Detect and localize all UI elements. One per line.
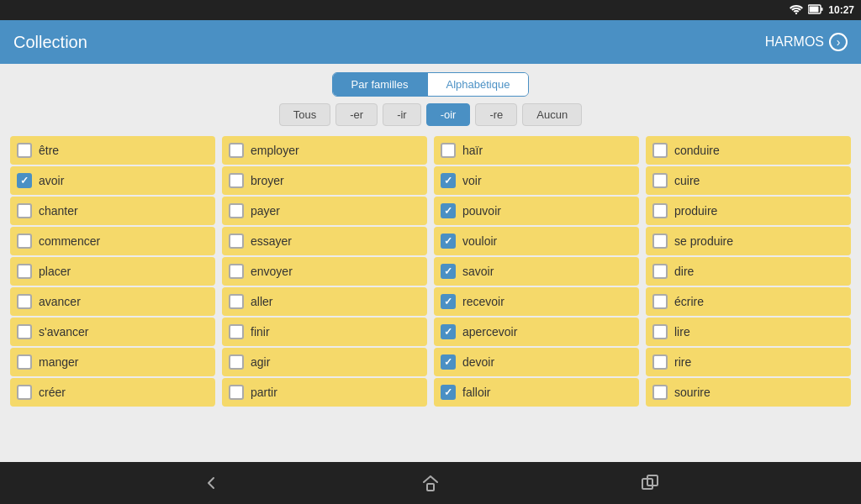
verb-label: dire: [674, 265, 694, 278]
verb-label: manger: [39, 355, 78, 369]
verb-item[interactable]: avoir: [10, 166, 215, 195]
verb-label: cuire: [674, 174, 700, 187]
verb-item[interactable]: être: [10, 136, 215, 165]
verb-item[interactable]: aller: [222, 287, 427, 316]
verb-checkbox[interactable]: [229, 264, 244, 279]
verb-checkbox[interactable]: [229, 294, 244, 309]
verb-checkbox[interactable]: [17, 173, 32, 188]
nav-bar: [0, 462, 861, 504]
verb-checkbox[interactable]: [17, 385, 32, 400]
verb-item[interactable]: lire: [646, 318, 851, 346]
verb-item[interactable]: produire: [646, 197, 851, 225]
verb-checkbox[interactable]: [652, 294, 668, 309]
verb-checkbox[interactable]: [441, 294, 456, 309]
filter-re[interactable]: -re: [475, 103, 517, 126]
verb-checkbox[interactable]: [652, 324, 668, 339]
verb-item[interactable]: commencer: [10, 227, 215, 255]
filter-oir[interactable]: -oir: [426, 103, 471, 126]
verb-checkbox[interactable]: [17, 354, 32, 370]
verb-checkbox[interactable]: [17, 203, 32, 218]
verb-item[interactable]: dire: [646, 257, 851, 286]
verb-checkbox[interactable]: [229, 324, 244, 339]
back-button[interactable]: [194, 466, 228, 500]
verb-checkbox[interactable]: [441, 203, 456, 218]
verb-checkbox[interactable]: [652, 143, 668, 158]
verb-label: agir: [251, 355, 270, 369]
verb-checkbox[interactable]: [652, 234, 668, 249]
verb-checkbox[interactable]: [441, 354, 456, 370]
verb-label: se produire: [674, 234, 733, 248]
filter-ir[interactable]: -ir: [383, 103, 421, 126]
verb-item[interactable]: essayer: [222, 227, 427, 255]
verb-checkbox[interactable]: [17, 324, 32, 339]
verb-label: s'avancer: [39, 325, 88, 339]
verb-checkbox[interactable]: [441, 143, 456, 158]
verb-item[interactable]: falloir: [434, 378, 639, 407]
verb-checkbox[interactable]: [652, 264, 668, 279]
verb-item[interactable]: broyer: [222, 166, 427, 195]
verb-item[interactable]: cuire: [646, 166, 851, 195]
verb-checkbox[interactable]: [441, 173, 456, 188]
verb-checkbox[interactable]: [441, 385, 456, 400]
filter-tous[interactable]: Tous: [279, 103, 330, 126]
verb-item[interactable]: agir: [222, 348, 427, 376]
verb-item[interactable]: employer: [222, 136, 427, 165]
verb-checkbox[interactable]: [441, 324, 456, 339]
verb-item[interactable]: s'avancer: [10, 318, 215, 346]
verb-checkbox[interactable]: [229, 234, 244, 249]
verb-checkbox[interactable]: [17, 143, 32, 158]
verb-label: apercevoir: [462, 325, 517, 339]
verb-item[interactable]: sourire: [646, 378, 851, 407]
recent-apps-button[interactable]: [633, 466, 667, 500]
header-action-button[interactable]: HARMOS ›: [765, 33, 848, 51]
verb-item[interactable]: apercevoir: [434, 318, 639, 346]
filter-er[interactable]: -er: [335, 103, 378, 126]
verb-checkbox[interactable]: [441, 234, 456, 249]
verb-checkbox[interactable]: [652, 203, 668, 218]
verb-checkbox[interactable]: [229, 354, 244, 370]
wifi-icon: [790, 4, 803, 16]
verb-checkbox[interactable]: [17, 234, 32, 249]
verb-item[interactable]: se produire: [646, 227, 851, 255]
verb-item[interactable]: pouvoir: [434, 197, 639, 225]
verb-checkbox[interactable]: [17, 294, 32, 309]
verb-item[interactable]: vouloir: [434, 227, 639, 255]
verb-label: placer: [39, 265, 71, 278]
verb-label: sourire: [674, 386, 710, 399]
verb-checkbox[interactable]: [229, 385, 244, 400]
verb-checkbox[interactable]: [652, 173, 668, 188]
verb-checkbox[interactable]: [229, 143, 244, 158]
verb-item[interactable]: savoir: [434, 257, 639, 286]
verb-checkbox[interactable]: [229, 173, 244, 188]
verb-item[interactable]: envoyer: [222, 257, 427, 286]
verb-item[interactable]: conduire: [646, 136, 851, 165]
verb-item[interactable]: voir: [434, 166, 639, 195]
verb-checkbox[interactable]: [17, 264, 32, 279]
verb-label: produire: [674, 204, 717, 218]
verb-item[interactable]: placer: [10, 257, 215, 286]
verb-item[interactable]: avancer: [10, 287, 215, 316]
tab-par-familles[interactable]: Par familles: [333, 73, 428, 96]
verb-columns: êtreavoirchantercommencerplaceravancers'…: [0, 133, 861, 462]
verb-item[interactable]: partir: [222, 378, 427, 407]
tab-alphabetique[interactable]: Alphabétique: [428, 73, 529, 96]
verb-item[interactable]: recevoir: [434, 287, 639, 316]
home-button[interactable]: [414, 466, 447, 500]
verb-item[interactable]: haïr: [434, 136, 639, 165]
verb-item[interactable]: rire: [646, 348, 851, 376]
verb-item[interactable]: manger: [10, 348, 215, 376]
verb-item[interactable]: finir: [222, 318, 427, 346]
verb-label: rire: [674, 355, 691, 369]
filter-aucun[interactable]: Aucun: [522, 103, 582, 126]
verb-item[interactable]: créer: [10, 378, 215, 407]
svg-rect-4: [427, 484, 434, 491]
verb-checkbox[interactable]: [229, 203, 244, 218]
verb-item[interactable]: écrire: [646, 287, 851, 316]
verb-item[interactable]: devoir: [434, 348, 639, 376]
verb-checkbox[interactable]: [441, 264, 456, 279]
verb-checkbox[interactable]: [652, 385, 668, 400]
verb-item[interactable]: chanter: [10, 197, 215, 225]
verb-checkbox[interactable]: [652, 354, 668, 370]
column-col4: conduirecuireproduirese produiredireécri…: [642, 136, 854, 459]
verb-item[interactable]: payer: [222, 197, 427, 225]
